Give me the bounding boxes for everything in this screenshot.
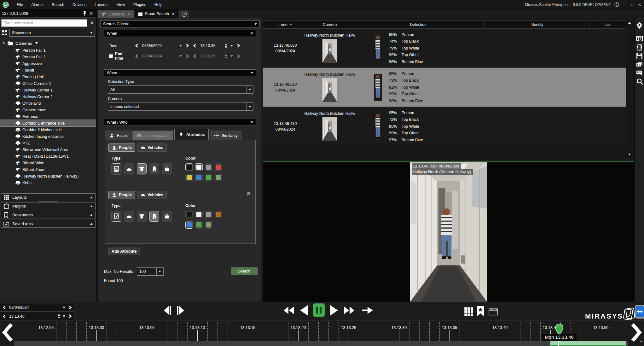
color-swatch-blue[interactable] bbox=[185, 221, 193, 229]
tab-cameras-close-icon[interactable]: ✕ bbox=[127, 12, 131, 17]
color-swatch-orange[interactable] bbox=[215, 211, 222, 218]
color-swatch-green[interactable] bbox=[195, 221, 203, 229]
camera-tree-item-forklift[interactable]: Forklift bbox=[0, 67, 96, 73]
search-button[interactable]: Search bbox=[231, 267, 258, 275]
tab-license-plates[interactable]: License plates bbox=[132, 131, 173, 140]
scroll-up-icon[interactable] bbox=[628, 22, 631, 24]
column-camera[interactable]: Camera bbox=[308, 21, 352, 28]
color-swatch-green[interactable] bbox=[205, 174, 212, 181]
menu-devices[interactable]: Devices bbox=[68, 0, 90, 9]
fast-forward-icon[interactable] bbox=[344, 306, 355, 315]
menu-file[interactable]: File bbox=[13, 0, 27, 9]
column-time[interactable]: Time bbox=[263, 21, 308, 28]
camera-tree-item-billiard-zoom[interactable]: Billiard Zoom bbox=[0, 166, 96, 173]
vehicles-toggle[interactable]: Vehicles bbox=[137, 191, 167, 199]
type-bag-icon[interactable] bbox=[162, 163, 172, 174]
close-server-icon[interactable]: ✕ bbox=[88, 10, 94, 17]
color-swatch-black[interactable] bbox=[185, 211, 193, 218]
menu-plugins[interactable]: Plugins bbox=[129, 0, 150, 9]
info-icon[interactable] bbox=[614, 2, 619, 7]
collapse-icon[interactable] bbox=[254, 23, 257, 25]
next-date-icon[interactable] bbox=[185, 44, 189, 48]
dropdown-icon[interactable] bbox=[246, 103, 253, 110]
people-toggle[interactable]: People bbox=[108, 144, 135, 152]
prev-time-icon[interactable] bbox=[2, 314, 7, 319]
color-swatch-white[interactable] bbox=[195, 163, 203, 171]
camera-tree-item-showroom-videowall-area[interactable]: Showroom Videowall Area bbox=[0, 146, 96, 153]
person-crop-thumbnail[interactable] bbox=[374, 74, 382, 101]
current-date-value[interactable]: 08/04/2024 bbox=[9, 305, 60, 310]
color-swatch-yellow[interactable] bbox=[185, 174, 193, 181]
save-icon[interactable] bbox=[636, 53, 643, 59]
gear-dropdown-icon[interactable] bbox=[638, 29, 641, 34]
camera-tree-item-corridor-2-kitchen-side[interactable]: Corridor 2 kitchen side bbox=[0, 126, 96, 133]
search-magnifier-icon[interactable] bbox=[636, 78, 643, 85]
filmstrip-horizontal-icon[interactable] bbox=[636, 35, 643, 42]
timeline[interactable]: 13.12.5513.13.0013.13.0513.13.1013.13.15… bbox=[0, 320, 644, 346]
rewind-icon[interactable] bbox=[283, 306, 294, 315]
search-input[interactable] bbox=[1, 19, 87, 27]
prev-frame-icon[interactable] bbox=[163, 305, 173, 316]
camera-tree-item-camera-room[interactable]: Camera room bbox=[0, 107, 96, 113]
time-spinner[interactable] bbox=[58, 314, 60, 319]
type-bag-icon[interactable] bbox=[162, 211, 172, 222]
start-date-value[interactable]: 08/04/2024 bbox=[142, 44, 176, 48]
column-list[interactable]: List bbox=[589, 21, 626, 28]
camera-snapshot-thumbnail[interactable] bbox=[322, 78, 337, 102]
column-detection[interactable]: Detection bbox=[352, 21, 485, 28]
type-pants-icon[interactable] bbox=[149, 211, 159, 222]
camera-tree-item-billiard-wide[interactable]: Billiard Wide bbox=[0, 160, 96, 166]
timeline-next-chevron[interactable] bbox=[629, 322, 643, 343]
result-row[interactable]: 13.13.46.53008/04/2024 Hallway North (Ki… bbox=[263, 68, 626, 107]
camera-tree-item-keha[interactable]: Keha bbox=[0, 179, 96, 186]
color-swatch-gray[interactable] bbox=[205, 163, 212, 171]
camera-tree-item-aggressive[interactable]: Aggressive bbox=[0, 60, 96, 67]
color-swatch-multi[interactable] bbox=[215, 174, 222, 181]
camera-tree-item-office-end[interactable]: Office End bbox=[0, 100, 96, 107]
add-id-card-icon[interactable] bbox=[636, 69, 643, 76]
person-crop-thumbnail[interactable] bbox=[374, 35, 382, 62]
next-time-icon[interactable] bbox=[236, 44, 241, 48]
next-frame-icon[interactable] bbox=[175, 305, 185, 316]
remote-support-icon[interactable] bbox=[636, 306, 644, 317]
collapse-up-icon[interactable] bbox=[90, 214, 93, 216]
where-section-header[interactable]: Where bbox=[104, 69, 256, 76]
menu-view[interactable]: View bbox=[113, 0, 129, 9]
column-identity[interactable]: Identity bbox=[484, 21, 589, 28]
start-time-value[interactable]: 13.10.35 bbox=[200, 44, 222, 48]
time-dropdown-icon[interactable] bbox=[230, 45, 233, 47]
max-results-select[interactable]: 100 bbox=[137, 267, 164, 276]
results-scrollbar[interactable] bbox=[627, 21, 632, 157]
camera-snapshot-thumbnail[interactable] bbox=[322, 39, 337, 63]
camera-tree-item-person-fall-2[interactable]: Person Fall 2 bbox=[0, 54, 96, 60]
sidebar-panel-saved-tabs[interactable]: Saved tabs bbox=[1, 220, 96, 228]
person-crop-thumbnail[interactable] bbox=[374, 113, 382, 140]
prev-date-icon[interactable] bbox=[135, 44, 139, 48]
camera-tree-item-office-corridor-1[interactable]: Office Corridor 1 bbox=[0, 80, 96, 87]
play-backward-icon[interactable] bbox=[299, 305, 308, 316]
id-card-icon[interactable] bbox=[636, 61, 643, 68]
time-dropdown-icon[interactable] bbox=[63, 315, 65, 317]
collapse-up-icon[interactable] bbox=[90, 223, 93, 225]
detection-type-select[interactable]: All bbox=[108, 85, 253, 94]
pin-icon[interactable] bbox=[83, 11, 87, 16]
next-time-icon[interactable] bbox=[68, 314, 72, 319]
camera-tree-item-corridor-1-entrance-side[interactable]: Corridor 1 entrance side bbox=[0, 120, 96, 126]
scroll-down-icon[interactable] bbox=[628, 154, 631, 155]
dropdown-icon[interactable] bbox=[246, 86, 253, 93]
play-icon[interactable] bbox=[330, 305, 339, 316]
current-time-value[interactable]: 13.13.46 bbox=[9, 314, 55, 319]
new-tab-button[interactable]: + bbox=[179, 10, 189, 18]
expander-icon[interactable] bbox=[3, 42, 5, 44]
prev-time-icon[interactable] bbox=[193, 44, 197, 48]
tab-smart-search-close-icon[interactable]: ✕ bbox=[171, 11, 175, 16]
dropdown-icon[interactable] bbox=[156, 268, 163, 275]
tab-smart-search[interactable]: Smart Search ✕ bbox=[135, 9, 178, 18]
type-any-icon[interactable] bbox=[112, 163, 121, 174]
vehicles-toggle[interactable]: Vehicles bbox=[137, 144, 167, 152]
grid-view-icon[interactable] bbox=[464, 307, 473, 316]
tab-faces[interactable]: Faces bbox=[105, 131, 131, 140]
end-time-checkbox[interactable] bbox=[109, 54, 113, 58]
camera-tree-item-person-fall-1[interactable]: Person Fall 1 bbox=[0, 47, 96, 54]
prev-date-icon[interactable] bbox=[135, 54, 139, 58]
